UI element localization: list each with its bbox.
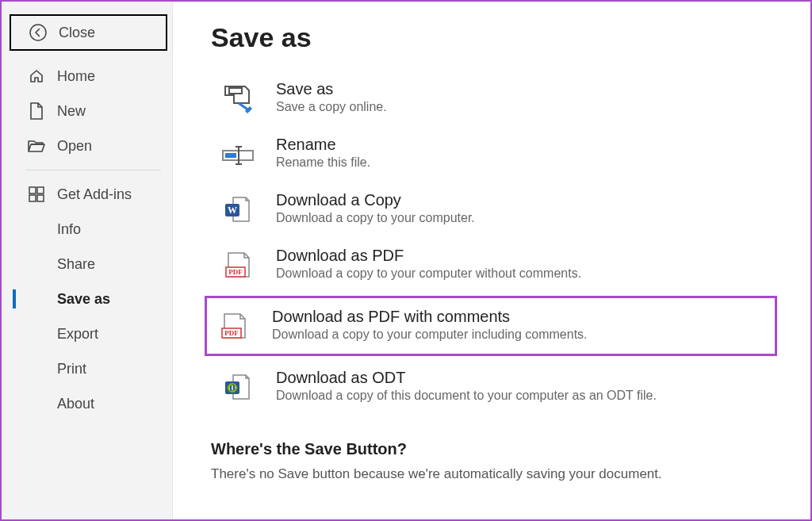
- option-save-as-title: Save as: [276, 80, 387, 98]
- option-download-odt-title: Download as ODT: [276, 369, 657, 387]
- sidebar-open[interactable]: Open: [2, 128, 172, 163]
- option-save-as-desc: Save a copy online.: [276, 100, 387, 114]
- addins-icon: [27, 185, 46, 204]
- option-save-as[interactable]: Save as Save a copy online.: [211, 71, 779, 126]
- svg-rect-7: [225, 153, 236, 158]
- sidebar-open-label: Open: [57, 138, 92, 155]
- svg-rect-2: [37, 187, 44, 193]
- footer-heading: Where's the Save Button?: [211, 440, 779, 458]
- option-rename-desc: Rename this file.: [276, 155, 370, 170]
- page-title: Save as: [211, 22, 779, 53]
- sidebar-about[interactable]: About: [2, 386, 172, 421]
- sidebar-share[interactable]: Share: [2, 247, 172, 282]
- option-download-pdf-comments-desc: Download a copy to your computer includi…: [272, 328, 588, 342]
- sidebar-info-label: Info: [57, 221, 81, 238]
- option-rename[interactable]: Rename Rename this file.: [211, 126, 779, 182]
- sidebar-home[interactable]: Home: [2, 59, 172, 94]
- svg-text:PDF: PDF: [224, 329, 239, 337]
- option-rename-title: Rename: [276, 136, 370, 154]
- open-folder-icon: [27, 136, 46, 155]
- sidebar-get-addins[interactable]: Get Add-ins: [2, 177, 172, 212]
- sidebar-new[interactable]: New: [2, 94, 172, 128]
- svg-rect-5: [229, 88, 242, 94]
- option-download-copy-desc: Download a copy to your computer.: [276, 211, 475, 225]
- pdf-icon: PDF: [220, 248, 255, 283]
- option-download-pdf-title: Download as PDF: [276, 247, 581, 265]
- sidebar-close-label: Close: [59, 25, 95, 41]
- sidebar-divider: [25, 170, 161, 170]
- sidebar-close[interactable]: Close: [10, 14, 167, 51]
- back-arrow-icon: [29, 23, 48, 42]
- option-download-odt[interactable]: Download as ODT Download a copy of this …: [211, 359, 779, 415]
- sidebar-about-label: About: [57, 396, 94, 412]
- svg-rect-3: [29, 195, 36, 201]
- option-download-pdf[interactable]: PDF Download as PDF Download a copy to y…: [211, 237, 779, 293]
- sidebar-save-as-label: Save as: [57, 291, 110, 308]
- option-download-odt-desc: Download a copy of this document to your…: [276, 389, 657, 403]
- main-content: Save as Save as Save a copy online. Rena…: [173, 2, 810, 519]
- sidebar-print[interactable]: Print: [2, 351, 172, 386]
- svg-text:PDF: PDF: [228, 268, 243, 276]
- svg-text:W: W: [228, 205, 237, 216]
- svg-rect-4: [37, 195, 44, 201]
- highlighted-option: PDF Download as PDF with comments Downlo…: [205, 296, 777, 356]
- rename-icon: [220, 137, 255, 172]
- save-as-icon: [220, 82, 255, 117]
- sidebar-share-label: Share: [57, 256, 95, 273]
- sidebar: Close Home New Open Get Add-ins: [2, 2, 173, 519]
- sidebar-export[interactable]: Export: [2, 316, 172, 351]
- sidebar-new-label: New: [57, 103, 86, 120]
- pdf-comments-icon: PDF: [216, 309, 251, 344]
- sidebar-get-addins-label: Get Add-ins: [57, 186, 132, 203]
- footer-text: There's no Save button because we're aut…: [211, 466, 779, 482]
- home-icon: [27, 67, 46, 86]
- odt-icon: [220, 370, 255, 405]
- option-download-copy[interactable]: W Download a Copy Download a copy to you…: [211, 182, 779, 237]
- word-doc-icon: W: [220, 193, 255, 228]
- sidebar-export-label: Export: [57, 326, 98, 343]
- sidebar-save-as[interactable]: Save as: [2, 282, 172, 316]
- option-download-pdf-comments[interactable]: PDF Download as PDF with comments Downlo…: [207, 298, 648, 354]
- new-file-icon: [27, 102, 46, 121]
- sidebar-home-label: Home: [57, 68, 95, 85]
- svg-point-0: [30, 25, 46, 40]
- sidebar-print-label: Print: [57, 361, 86, 377]
- svg-rect-1: [29, 187, 36, 193]
- sidebar-info[interactable]: Info: [2, 212, 172, 247]
- option-download-pdf-comments-title: Download as PDF with comments: [272, 308, 588, 326]
- option-download-pdf-desc: Download a copy to your computer without…: [276, 266, 581, 281]
- option-download-copy-title: Download a Copy: [276, 191, 475, 209]
